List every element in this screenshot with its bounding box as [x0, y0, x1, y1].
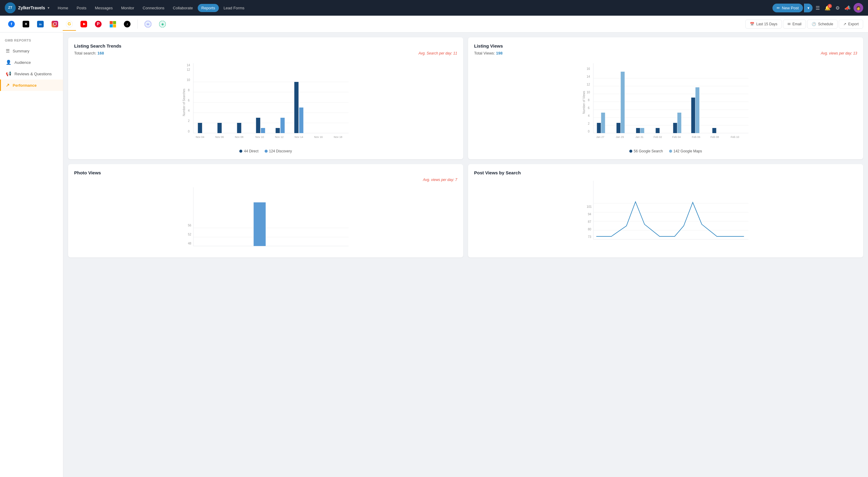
- nav-monitor[interactable]: Monitor: [118, 4, 138, 12]
- new-post-dropdown[interactable]: ▾: [804, 4, 812, 12]
- svg-text:Feb 10: Feb 10: [731, 136, 739, 139]
- main-layout: GMB REPORTS ☰ Summary 👤 Audience 📢 Revie…: [0, 33, 868, 477]
- brand-logo-area[interactable]: ZT ZylkerTravels ▾: [5, 2, 50, 13]
- legend-google-search-dot: [629, 150, 632, 153]
- social-icon-linkedin[interactable]: in: [34, 18, 47, 31]
- menu-icon[interactable]: ☰: [814, 3, 822, 13]
- photo-views-avg: Avg. views per day: 7: [423, 178, 457, 182]
- legend-discovery: 124 Discovery: [265, 149, 292, 153]
- sidebar-item-reviews[interactable]: 📢 Reviews & Questions: [0, 68, 63, 79]
- svg-text:2: 2: [188, 119, 190, 123]
- schedule-button[interactable]: 🕐 Schedule: [807, 20, 838, 29]
- svg-text:8: 8: [588, 99, 590, 102]
- legend-direct: 44 Direct: [239, 149, 258, 153]
- svg-rect-84: [617, 123, 621, 133]
- nav-collaborate[interactable]: Collaborate: [169, 4, 197, 12]
- svg-text:52: 52: [188, 233, 192, 236]
- svg-text:12: 12: [587, 83, 590, 86]
- svg-text:Nov 04: Nov 04: [195, 136, 204, 139]
- user-avatar[interactable]: 👩: [854, 3, 863, 13]
- social-icon-pinterest[interactable]: P: [92, 18, 105, 31]
- listing-search-svg: 0 2 4 6 8 10 12 14: [74, 60, 457, 144]
- social-icon-extra2[interactable]: ◈: [156, 18, 169, 31]
- svg-text:Nov 12: Nov 12: [275, 136, 284, 139]
- social-icon-facebook[interactable]: f: [5, 18, 18, 31]
- nav-messages[interactable]: Messages: [91, 4, 116, 12]
- sidebar-item-reviews-label: Reviews & Questions: [14, 72, 52, 76]
- brand-dropdown-icon[interactable]: ▾: [48, 6, 50, 10]
- svg-text:◈: ◈: [161, 22, 164, 26]
- social-icons-bar: f ✕ in G P ♪ ∞ ◈ 📅 Last 15 Days: [0, 16, 868, 33]
- svg-rect-49: [237, 123, 241, 133]
- svg-text:Nov 16: Nov 16: [314, 136, 323, 139]
- svg-text:Jan 31: Jan 31: [635, 136, 644, 139]
- svg-rect-54: [276, 128, 280, 133]
- svg-rect-45: [198, 123, 202, 133]
- export-icon: ↗: [843, 22, 846, 26]
- social-icon-twitter-x[interactable]: ✕: [19, 18, 33, 31]
- notifications-icon[interactable]: 🔔 2: [823, 3, 832, 13]
- svg-text:73: 73: [588, 235, 592, 238]
- listing-views-total-label: Total Views:: [474, 51, 495, 56]
- post-views-card: Post Views by Search 73 80 87 94 101: [468, 164, 863, 258]
- listing-search-legend: 44 Direct 124 Discovery: [74, 149, 457, 153]
- sidebar-section-label: GMB REPORTS: [0, 39, 63, 45]
- nav-reports[interactable]: Reports: [198, 4, 219, 12]
- svg-text:4: 4: [188, 109, 190, 112]
- svg-text:Nov 18: Nov 18: [334, 136, 342, 139]
- listing-search-trends-card: Listing Search Trends Total search: 168 …: [68, 37, 463, 159]
- svg-text:✕: ✕: [24, 22, 27, 26]
- svg-rect-58: [299, 107, 304, 133]
- svg-rect-51: [256, 118, 260, 133]
- sidebar-item-summary[interactable]: ☰ Summary: [0, 45, 63, 57]
- nav-connections[interactable]: Connections: [139, 4, 168, 12]
- date-range-button[interactable]: 📅 Last 15 Days: [745, 20, 782, 29]
- social-icon-tiktok[interactable]: ♪: [121, 18, 134, 31]
- legend-direct-dot: [239, 150, 242, 153]
- svg-text:Feb 06: Feb 06: [692, 136, 700, 139]
- svg-text:Number of Searches: Number of Searches: [182, 89, 186, 116]
- export-button[interactable]: ↗ Export: [839, 20, 863, 29]
- svg-text:👩: 👩: [856, 5, 861, 10]
- social-icon-youtube[interactable]: [77, 18, 90, 31]
- photo-views-card: Photo Views Avg. views per day: 7 48 52 …: [68, 164, 463, 258]
- social-icon-microsoft[interactable]: [106, 18, 119, 31]
- charts-grid: Listing Search Trends Total search: 168 …: [68, 37, 863, 258]
- svg-text:6: 6: [188, 99, 190, 102]
- svg-text:16: 16: [587, 67, 590, 70]
- svg-rect-87: [636, 128, 640, 133]
- svg-rect-57: [294, 82, 299, 133]
- settings-icon[interactable]: ⚙: [834, 3, 841, 13]
- nav-lead-forms[interactable]: Lead Forms: [220, 4, 248, 12]
- main-content: Listing Search Trends Total search: 168 …: [63, 33, 868, 477]
- new-post-button[interactable]: ✏ New Post: [772, 4, 803, 12]
- sidebar-item-audience[interactable]: 👤 Audience: [0, 57, 63, 68]
- social-icon-extra1[interactable]: ∞: [141, 18, 155, 31]
- sidebar-item-audience-label: Audience: [14, 60, 31, 65]
- schedule-label: Schedule: [818, 22, 833, 26]
- sidebar-item-performance[interactable]: ↗ Performance: [0, 79, 63, 91]
- performance-icon: ↗: [6, 82, 10, 88]
- svg-text:Nov 08: Nov 08: [235, 136, 244, 139]
- svg-text:f: f: [11, 22, 12, 26]
- email-label: Email: [792, 22, 801, 26]
- legend-google-search: 56 Google Search: [629, 149, 663, 153]
- email-button[interactable]: ✉ Email: [783, 20, 806, 29]
- svg-text:Feb 04: Feb 04: [672, 136, 681, 139]
- svg-text:2: 2: [588, 122, 590, 125]
- svg-text:14: 14: [187, 64, 190, 67]
- photo-views-title: Photo Views: [74, 170, 457, 175]
- nav-home[interactable]: Home: [54, 4, 72, 12]
- svg-text:56: 56: [188, 224, 192, 227]
- social-icon-instagram[interactable]: [48, 18, 61, 31]
- sidebar-item-summary-label: Summary: [13, 49, 30, 53]
- svg-rect-96: [695, 87, 700, 133]
- svg-text:Feb 02: Feb 02: [653, 136, 662, 139]
- social-icon-google-business[interactable]: G: [63, 18, 76, 31]
- legend-google-maps: 142 Google Maps: [669, 149, 702, 153]
- legend-google-maps-dot: [669, 150, 672, 153]
- sidebar: GMB REPORTS ☰ Summary 👤 Audience 📢 Revie…: [0, 33, 63, 477]
- svg-rect-55: [281, 118, 285, 133]
- announcement-icon[interactable]: 📣: [843, 3, 852, 13]
- nav-posts[interactable]: Posts: [73, 4, 90, 12]
